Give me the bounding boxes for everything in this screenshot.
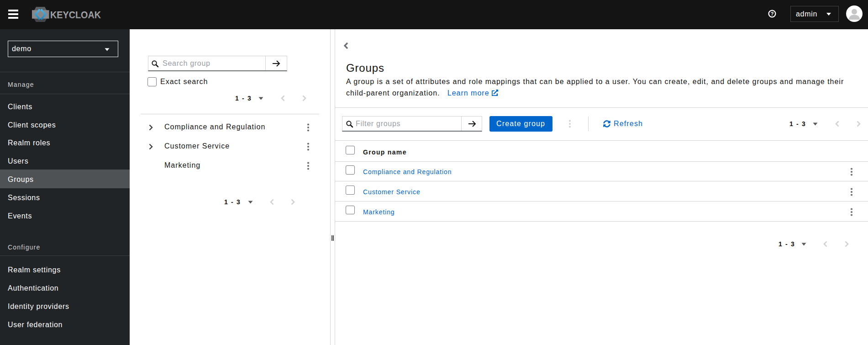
svg-text:KEYCLOAK: KEYCLOAK [50, 10, 101, 21]
svg-text:?: ? [771, 11, 774, 16]
